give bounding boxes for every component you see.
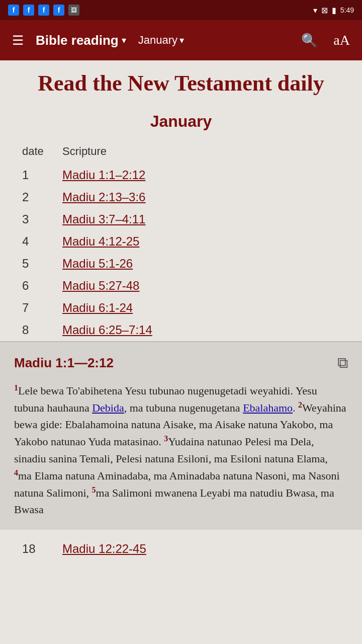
facebook-icon-4: f — [53, 5, 64, 16]
day-num-4: 4 — [20, 230, 60, 253]
day-num-7: 7 — [20, 297, 60, 319]
hamburger-menu-button[interactable]: ☰ — [8, 29, 28, 52]
day-num-5: 5 — [20, 253, 60, 275]
popup-text: 1Lele bewa To'abihetena Yesu tubunao nug… — [14, 382, 348, 518]
facebook-icon-2: f — [23, 5, 34, 16]
table-row: 6Madiu 5:27-48 — [20, 275, 342, 297]
table-row: 18 Madiu 12:22-45 — [20, 538, 342, 560]
scripture-popup: Madiu 1:1—2:12 ⧉ 1Lele bewa To'abihetena… — [0, 341, 362, 530]
month-label: January — [138, 34, 177, 47]
font-size-button[interactable]: aA — [329, 28, 354, 52]
status-bar-left: f f f f 🖼 — [8, 5, 79, 16]
month-dropdown-button[interactable]: January ▾ — [138, 34, 184, 47]
scripture-ref-5: Madiu 5:1-26 — [60, 253, 342, 275]
scripture-ref-4: Madiu 4:12-25 — [60, 230, 342, 253]
link-ebalahamo[interactable]: Ebalahamo — [243, 401, 293, 414]
battery-icon: ▮ — [332, 6, 336, 15]
scripture-link-6[interactable]: Madiu 5:27-48 — [62, 279, 139, 292]
table-row: 7Madiu 6:1-24 — [20, 297, 342, 319]
scripture-link-1[interactable]: Madiu 1:1–2:12 — [62, 168, 145, 182]
table-row: 8Madiu 6:25–7:14 — [20, 319, 342, 341]
month-dropdown-arrow: ▾ — [179, 35, 184, 46]
popup-header: Madiu 1:1—2:12 ⧉ — [14, 354, 348, 372]
status-time: 5:49 — [340, 6, 354, 14]
verse-num-2: 2 — [298, 400, 302, 409]
toolbar-title: Bible reading — [36, 33, 119, 48]
day-num-8: 8 — [20, 319, 60, 341]
day-num-3: 3 — [20, 208, 60, 230]
signal-icon: ⊠ — [321, 6, 328, 15]
scripture-ref-8: Madiu 6:25–7:14 — [60, 319, 342, 341]
verse-num-1: 1 — [14, 383, 18, 392]
scripture-ref-7: Madiu 6:1-24 — [60, 297, 342, 319]
scripture-link-2[interactable]: Madiu 2:13–3:6 — [62, 190, 145, 204]
month-heading: January — [20, 112, 342, 131]
facebook-icon-3: f — [38, 5, 49, 16]
table-row: 1Madiu 1:1–2:12 — [20, 164, 342, 186]
facebook-icon-1: f — [8, 5, 19, 16]
day-num-2: 2 — [20, 186, 60, 208]
toolbar: ☰ Bible reading ▾ January ▾ 🔍 aA — [0, 20, 362, 60]
verse-num-5: 5 — [92, 486, 96, 494]
scripture-ref-2: Madiu 2:13–3:6 — [60, 186, 342, 208]
bible-reading-dropdown-button[interactable]: Bible reading ▾ — [36, 33, 126, 48]
bottom-reading-row: 18 Madiu 12:22-45 — [0, 530, 362, 568]
search-button[interactable]: 🔍 — [297, 29, 321, 52]
wifi-icon: ▾ — [313, 6, 317, 15]
bottom-scripture-link[interactable]: Madiu 12:22-45 — [62, 542, 146, 555]
reading-table: date Scripture 1Madiu 1:1–2:122Madiu 2:1… — [20, 141, 342, 341]
popup-open-button[interactable]: ⧉ — [337, 354, 348, 372]
scripture-link-5[interactable]: Madiu 5:1-26 — [62, 257, 133, 270]
day-num-1: 1 — [20, 164, 60, 186]
popup-title: Madiu 1:1—2:12 — [14, 355, 114, 371]
scripture-link-7[interactable]: Madiu 6:1-24 — [62, 301, 133, 314]
bottom-reading-table: 18 Madiu 12:22-45 — [20, 538, 342, 560]
verse-num-4: 4 — [14, 468, 18, 477]
scripture-ref-1: Madiu 1:1–2:12 — [60, 164, 342, 186]
table-row: 2Madiu 2:13–3:6 — [20, 186, 342, 208]
table-row: 4Madiu 4:12-25 — [20, 230, 342, 253]
table-row: 5Madiu 5:1-26 — [20, 253, 342, 275]
scripture-link-3[interactable]: Madiu 3:7–4:11 — [62, 212, 145, 226]
photo-icon: 🖼 — [68, 5, 79, 16]
bottom-scripture: Madiu 12:22-45 — [60, 538, 342, 560]
date-column-header: date — [20, 141, 60, 164]
verse-num-3: 3 — [164, 434, 168, 443]
main-content: Read the New Testament daily January dat… — [0, 60, 362, 341]
scripture-link-8[interactable]: Madiu 6:25–7:14 — [62, 323, 152, 337]
scripture-ref-6: Madiu 5:27-48 — [60, 275, 342, 297]
status-bar: f f f f 🖼 ▾ ⊠ ▮ 5:49 — [0, 0, 362, 20]
scripture-link-4[interactable]: Madiu 4:12-25 — [62, 234, 139, 248]
scripture-column-header: Scripture — [60, 141, 342, 164]
bottom-day-num: 18 — [20, 538, 60, 560]
status-bar-right: ▾ ⊠ ▮ 5:49 — [313, 6, 354, 15]
link-debida[interactable]: Debida — [92, 401, 124, 414]
day-num-6: 6 — [20, 275, 60, 297]
title-dropdown-arrow: ▾ — [122, 35, 126, 46]
page-title: Read the New Testament daily — [20, 70, 342, 97]
table-row: 3Madiu 3:7–4:11 — [20, 208, 342, 230]
scripture-ref-3: Madiu 3:7–4:11 — [60, 208, 342, 230]
